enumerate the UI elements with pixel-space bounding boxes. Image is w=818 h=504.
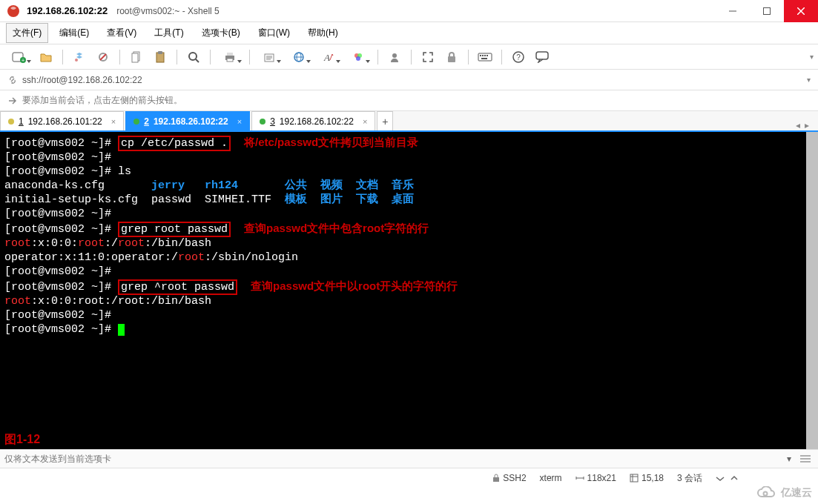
svg-rect-33	[478, 53, 492, 61]
toolbar-overflow-icon[interactable]: ▾	[810, 53, 814, 61]
svg-rect-37	[486, 55, 488, 56]
address-dropdown-icon[interactable]: ▾	[807, 76, 811, 84]
menu-bar: 文件(F) 编辑(E) 查看(V) 工具(T) 选项卡(B) 窗口(W) 帮助(…	[0, 22, 818, 44]
menu-tabs[interactable]: 选项卡(B)	[195, 23, 247, 43]
title-bar: 192.168.26.102:22 root@vms002:~ - Xshell…	[0, 0, 818, 22]
status-bar: SSH2 xterm 118x21 15,18 3 会话	[0, 468, 818, 488]
search-icon[interactable]	[183, 48, 204, 66]
send-dropdown-icon[interactable]: ▾	[781, 451, 797, 466]
copy-icon[interactable]	[126, 48, 147, 66]
svg-rect-12	[132, 53, 138, 62]
cloud-icon	[756, 486, 778, 500]
annotation-2: 查询passwd文件中包含root字符的行	[244, 222, 429, 234]
chat-icon[interactable]	[532, 48, 553, 66]
close-button[interactable]	[784, 0, 818, 22]
annotation-3: 查询passwd文件中以root开头的字符的行	[251, 279, 458, 292]
svg-rect-32	[448, 56, 455, 62]
arrow-add-icon[interactable]	[7, 96, 18, 106]
tab-1[interactable]: 1 192.168.26.101:22 ×	[0, 111, 124, 130]
tab-prev-icon[interactable]: ◂	[796, 120, 800, 130]
new-session-icon[interactable]: +	[6, 48, 33, 66]
maximize-button[interactable]	[750, 0, 784, 22]
send-menu-icon[interactable]	[797, 451, 814, 466]
window-subtitle: root@vms002:~ - Xshell 5	[116, 6, 220, 16]
properties-icon[interactable]	[256, 48, 283, 66]
menu-window[interactable]: 窗口(W)	[251, 23, 297, 43]
help-icon[interactable]: ?	[508, 48, 529, 66]
app-icon	[6, 4, 21, 19]
terminal[interactable]: [root@vms002 ~]# cp /etc/passwd .将/etc/p…	[0, 132, 818, 449]
send-text-bar: ▾	[0, 449, 818, 468]
svg-point-15	[189, 53, 197, 60]
minimize-button[interactable]	[716, 0, 750, 22]
status-dot-icon	[8, 119, 14, 125]
color-icon[interactable]	[345, 48, 372, 66]
svg-point-8	[75, 59, 78, 62]
resize-chevron-icon[interactable]	[716, 475, 725, 481]
send-text-input[interactable]	[4, 454, 781, 464]
svg-point-31	[392, 53, 397, 58]
tab-label: 192.168.26.102:22	[280, 116, 354, 127]
tab-label: 192.168.26.101:22	[28, 116, 102, 127]
menu-help[interactable]: 帮助(H)	[301, 23, 345, 43]
tab-add-button[interactable]: +	[377, 111, 393, 130]
lock-small-icon	[492, 474, 500, 483]
svg-rect-36	[484, 55, 486, 56]
keyboard-icon[interactable]	[475, 48, 495, 66]
user-icon[interactable]	[384, 48, 405, 66]
tab-close-icon[interactable]: ×	[237, 117, 242, 126]
print-icon[interactable]	[217, 48, 243, 66]
tab-3[interactable]: 3 192.168.26.102:22 ×	[251, 111, 375, 130]
tab-label: 192.168.26.102:22	[154, 116, 228, 127]
globe-icon[interactable]	[286, 48, 312, 66]
svg-text:+: +	[22, 58, 24, 63]
menu-view[interactable]: 查看(V)	[100, 23, 143, 43]
tab-index: 1	[19, 116, 24, 127]
tab-next-icon[interactable]: ▸	[805, 120, 809, 130]
toolbar: + A ? ▾	[0, 44, 818, 70]
svg-rect-41	[536, 52, 548, 59]
watermark: 亿速云	[756, 486, 812, 500]
tab-2[interactable]: 2 192.168.26.102:22 ×	[125, 111, 250, 130]
svg-point-49	[764, 492, 768, 496]
expand-up-icon[interactable]	[730, 474, 738, 482]
cmd-cp: cp /etc/passwd .	[118, 136, 231, 151]
address-url[interactable]: ssh://root@192.168.26.102:22	[22, 75, 142, 85]
pos-icon	[630, 474, 639, 483]
svg-rect-46	[630, 474, 638, 482]
annotation-1: 将/etc/passwd文件拷贝到当前目录	[244, 136, 418, 148]
menu-tools[interactable]: 工具(T)	[148, 23, 190, 43]
status-dot-icon	[133, 119, 139, 125]
status-proto: SSH2	[503, 473, 526, 483]
svg-rect-35	[482, 55, 484, 56]
svg-rect-38	[481, 58, 487, 59]
lock-icon[interactable]	[441, 48, 462, 66]
svg-line-16	[196, 59, 199, 62]
tab-bar: 1 192.168.26.101:22 × 2 192.168.26.102:2…	[0, 111, 818, 132]
size-icon	[575, 474, 584, 482]
svg-point-30	[356, 56, 360, 61]
reconnect-icon[interactable]	[69, 48, 90, 66]
status-size: 118x21	[587, 473, 616, 483]
open-session-icon[interactable]	[36, 48, 56, 66]
disconnect-icon[interactable]	[93, 48, 113, 66]
cursor	[118, 324, 125, 336]
tab-close-icon[interactable]: ×	[111, 117, 116, 126]
figure-label: 图1-12	[4, 432, 40, 446]
window-host: 192.168.26.102:22	[27, 5, 108, 16]
tab-close-icon[interactable]: ×	[363, 117, 367, 126]
scrollbar[interactable]	[806, 132, 818, 449]
svg-rect-34	[480, 55, 481, 56]
hint-bar: 要添加当前会话，点击左侧的箭头按钮。	[0, 90, 818, 111]
paste-icon[interactable]	[150, 48, 171, 66]
menu-file[interactable]: 文件(F)	[6, 23, 48, 43]
menu-edit[interactable]: 编辑(E)	[53, 23, 96, 43]
cmd-grep-caret-root: grep ^root passwd	[118, 279, 237, 295]
font-icon[interactable]: A	[315, 48, 342, 66]
svg-line-10	[100, 54, 106, 60]
fullscreen-icon[interactable]	[418, 48, 438, 66]
svg-rect-18	[227, 53, 233, 56]
watermark-text: 亿速云	[781, 486, 812, 500]
svg-rect-45	[493, 477, 499, 482]
svg-rect-2	[764, 7, 771, 14]
